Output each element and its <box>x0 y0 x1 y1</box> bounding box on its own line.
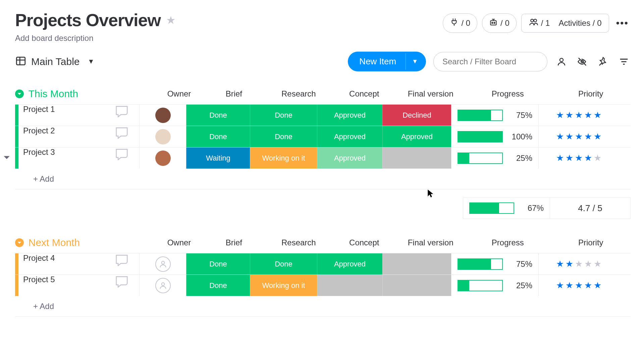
new-item-button[interactable]: New Item ▼ <box>348 52 426 71</box>
priority-star-icon: ★ <box>566 110 573 120</box>
status-research[interactable]: Done <box>250 253 317 275</box>
status-concept[interactable]: Approved <box>317 105 382 126</box>
owner-cell[interactable] <box>139 105 186 126</box>
automations-pill[interactable]: / 0 <box>443 13 477 33</box>
row-color-stripe <box>15 253 18 275</box>
new-item-dropdown[interactable]: ▼ <box>406 53 426 70</box>
status-research[interactable]: Working on it <box>250 147 317 169</box>
status-research[interactable]: Done <box>250 126 317 147</box>
board-description[interactable]: Add board description <box>15 34 176 43</box>
progress-bar <box>458 258 503 270</box>
priority-cell[interactable]: ★★★★★ <box>538 126 619 147</box>
members-activities-pill[interactable]: / 1 Activities / 0 <box>521 14 609 33</box>
person-filter-icon[interactable] <box>555 55 568 68</box>
group-title[interactable]: Next Month <box>29 237 156 248</box>
chat-icon[interactable] <box>114 253 129 268</box>
item-name-cell[interactable]: Project 2 <box>18 126 139 147</box>
group-collapse-toggle[interactable] <box>15 89 24 98</box>
chevron-down-icon: ▼ <box>88 58 95 65</box>
summary-priority: 4.7 / 5 <box>550 197 631 219</box>
owner-cell[interactable] <box>139 253 186 275</box>
avatar-empty[interactable] <box>155 278 171 293</box>
favorite-star-icon[interactable]: ★ <box>166 14 176 26</box>
page-title[interactable]: Projects Overview <box>15 10 161 30</box>
status-brief[interactable]: Done <box>186 275 250 296</box>
status-brief[interactable]: Done <box>186 126 250 147</box>
priority-cell[interactable]: ★★★★★ <box>538 105 619 126</box>
more-menu-icon[interactable]: ••• <box>614 17 631 29</box>
owner-cell[interactable] <box>139 275 186 296</box>
col-header-research[interactable]: Research <box>265 89 332 99</box>
priority-cell[interactable]: ★★★★★ <box>538 275 619 296</box>
priority-star-icon: ★ <box>584 153 592 163</box>
chat-icon[interactable] <box>114 105 129 119</box>
col-header-progress[interactable]: Progress <box>465 89 551 99</box>
status-brief[interactable]: Waiting <box>186 147 250 169</box>
add-item-button[interactable]: + Add <box>33 174 54 184</box>
status-final[interactable] <box>382 147 451 169</box>
status-concept[interactable]: Approved <box>317 147 382 169</box>
progress-cell[interactable]: 100% <box>451 126 538 147</box>
row-expand-caret[interactable] <box>3 154 10 163</box>
col-header-priority[interactable]: Priority <box>551 89 631 99</box>
progress-cell[interactable]: 25% <box>451 275 538 296</box>
progress-cell[interactable]: 75% <box>451 253 538 275</box>
priority-star-icon: ★ <box>575 280 583 291</box>
status-final[interactable] <box>382 253 451 275</box>
group-title[interactable]: This Month <box>29 88 156 100</box>
priority-cell[interactable]: ★★★★★ <box>538 253 619 275</box>
owner-cell[interactable] <box>139 147 186 169</box>
col-header-progress[interactable]: Progress <box>465 238 551 247</box>
avatar-empty[interactable] <box>155 256 171 272</box>
col-header-brief[interactable]: Brief <box>202 89 265 99</box>
priority-star-icon: ★ <box>556 280 564 291</box>
col-header-research[interactable]: Research <box>265 238 332 247</box>
pin-icon[interactable] <box>596 55 610 68</box>
priority-star-icon: ★ <box>566 259 573 269</box>
progress-cell[interactable]: 25% <box>451 147 538 169</box>
item-name-cell[interactable]: Project 4 <box>18 253 139 275</box>
add-item-button[interactable]: + Add <box>33 302 54 311</box>
col-header-owner[interactable]: Owner <box>156 238 203 247</box>
view-name: Main Table <box>31 56 80 67</box>
avatar[interactable] <box>155 150 171 166</box>
item-name-cell[interactable]: Project 1 <box>18 105 139 126</box>
item-name-cell[interactable]: Project 5 <box>18 275 139 296</box>
col-header-owner[interactable]: Owner <box>156 89 203 99</box>
row-color-stripe <box>15 147 18 169</box>
col-header-final[interactable]: Final version <box>396 89 465 99</box>
owner-cell[interactable] <box>139 126 186 147</box>
col-header-brief[interactable]: Brief <box>202 238 265 247</box>
status-brief[interactable]: Done <box>186 105 250 126</box>
status-concept[interactable]: Approved <box>317 126 382 147</box>
chat-icon[interactable] <box>114 275 129 290</box>
progress-cell[interactable]: 75% <box>451 105 538 126</box>
status-final[interactable] <box>382 275 451 296</box>
filter-icon[interactable] <box>617 55 631 68</box>
hide-columns-icon[interactable] <box>576 55 589 68</box>
status-research[interactable]: Done <box>250 105 317 126</box>
row-color-stripe <box>15 126 18 147</box>
integrations-pill[interactable]: / 0 <box>482 13 517 33</box>
col-header-concept[interactable]: Concept <box>332 89 396 99</box>
avatar[interactable] <box>155 108 171 123</box>
svg-rect-5 <box>16 57 25 65</box>
priority-cell[interactable]: ★★★★★ <box>538 147 619 169</box>
chat-icon[interactable] <box>114 126 129 141</box>
status-concept[interactable] <box>317 275 382 296</box>
search-input[interactable] <box>433 52 547 71</box>
svg-point-9 <box>161 283 164 286</box>
col-header-final[interactable]: Final version <box>396 238 465 247</box>
col-header-concept[interactable]: Concept <box>332 238 396 247</box>
avatar[interactable] <box>155 129 171 144</box>
status-final[interactable]: Approved <box>382 126 451 147</box>
group-collapse-toggle[interactable] <box>15 238 24 247</box>
col-header-priority[interactable]: Priority <box>551 238 631 247</box>
chat-icon[interactable] <box>114 147 129 162</box>
status-brief[interactable]: Done <box>186 253 250 275</box>
status-final[interactable]: Declined <box>382 105 451 126</box>
status-research[interactable]: Working on it <box>250 275 317 296</box>
status-concept[interactable]: Approved <box>317 253 382 275</box>
view-selector[interactable]: Main Table ▼ <box>15 55 94 68</box>
item-name-cell[interactable]: Project 3 <box>18 147 139 169</box>
